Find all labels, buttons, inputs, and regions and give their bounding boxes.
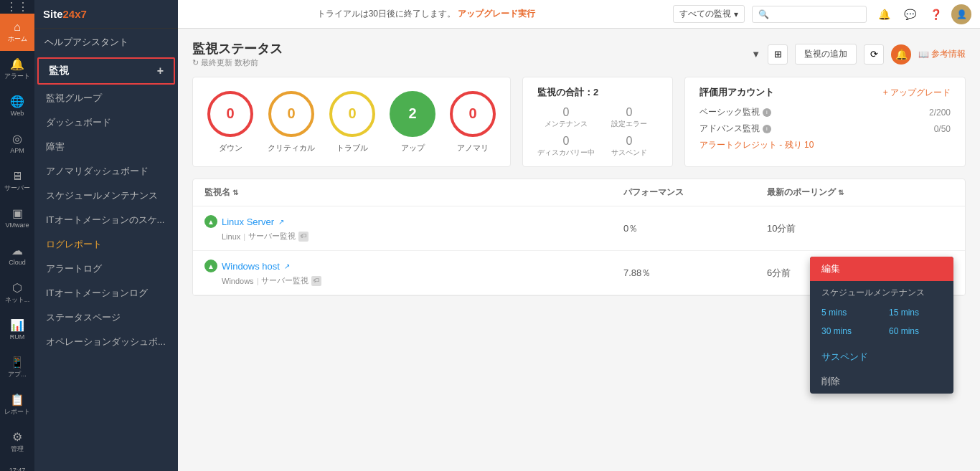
circle-down: 0 [207,91,253,137]
nav-label-alert: アラート [4,72,30,80]
sidebar-item-failure[interactable]: 障害 [34,135,178,159]
logo-text: Site24x7 [43,8,87,20]
nav-item-home[interactable]: ⌂ ホーム [0,14,34,51]
chat-icon[interactable]: 💬 [900,4,920,24]
eval-credit: アラートクレジット - 残り 10 [699,139,951,151]
nav-item-admin[interactable]: ⚙ 管理 [0,424,34,461]
linux-tags: Linux | サーバー監視🏷 [222,231,623,242]
nav-item-app[interactable]: 📱 アプ... [0,349,34,386]
dropdown-suspend-item[interactable]: サスペンド [810,345,953,369]
sidebar-item-alert-log[interactable]: アラートログ [34,257,178,281]
monitor-name-row-linux: ▲ Linux Server ↗ [204,215,623,228]
sidebar-item-log-report[interactable]: ログレポート [34,232,178,257]
sidebar-item-ops-dashboard[interactable]: オペレーションダッシュボ... [34,330,178,354]
context-dropdown-menu: 編集 スケジュールメンテナンス 5 mins 15 mins 30 mins 6… [810,257,953,394]
sidebar-add-icon[interactable]: + [157,65,164,77]
status-down[interactable]: 0 ダウン [207,91,253,153]
sidebar-item-monitorgroup[interactable]: 監視グループ [34,86,178,110]
eval-basic-val: 2/200 [929,108,951,118]
grid-view-button[interactable]: ⊞ [768,44,788,65]
monitor-name-cell-windows: ▲ Windows host ↗ Windows | サーバー監視🏷 [204,260,623,286]
nav-label-rum: RUM [10,333,25,341]
col-perf: パフォーマンス [623,186,767,199]
notification-icon[interactable]: 🔔 [874,4,894,24]
nav-item-net[interactable]: ⬡ ネット... [0,275,34,312]
sidebar-item-dashboard[interactable]: ダッシュボード [34,110,178,135]
status-up[interactable]: 2 アップ [390,91,435,153]
info-icon-2: i [763,125,771,133]
refresh-icon: ↻ [192,58,199,67]
grid-menu-icon[interactable]: ⋮⋮ [0,0,34,14]
dropdown-30min[interactable]: 30 mins [816,323,880,339]
eval-header: 評価用アカウント + アップグレード [699,86,951,99]
summary-maintenance: 0 メンテナンス [537,106,595,129]
dropdown-15min[interactable]: 15 mins [883,305,948,320]
nav-item-cloud[interactable]: ☁ Cloud [0,237,34,275]
monitor-filter-select[interactable]: すべての監視 ▾ [673,5,745,23]
dropdown-60min[interactable]: 60 mins [883,323,948,339]
nav-label-web: Web [11,110,24,118]
page-header: 監視ステータス ↻ 最終更新 数秒前 ▼ ⊞ 監視の追加 ⟳ 🔔 📖 参考情報 [192,40,966,68]
nav-label-apm: APM [10,147,24,155]
nav-item-report[interactable]: 📋 レポート [0,386,34,424]
search-input[interactable] [752,6,867,23]
sort-name-icon[interactable]: ⇅ [232,189,238,196]
dropdown-delete-item[interactable]: 削除 [810,369,953,394]
summary-title: 監視の合計：2 [537,86,658,99]
circle-trouble: 0 [329,91,375,137]
nav-label-admin: 管理 [11,445,24,453]
nav-item-vmware[interactable]: ▣ VMware [0,200,34,237]
status-trouble[interactable]: 0 トラブル [329,91,375,153]
summary-suspend: 0 サスペンド [600,135,658,158]
nav-label-cloud: Cloud [9,259,26,267]
help-icon[interactable]: ❓ [925,4,946,24]
nav-item-apm[interactable]: ◎ APM [0,125,34,163]
reference-link[interactable]: 📖 参考情報 [918,48,966,60]
avatar[interactable]: 👤 [951,4,971,24]
sidebar-item-status-page[interactable]: ステータスページ [34,305,178,330]
dropdown-edit-item[interactable]: 編集 [810,257,953,281]
nav-item-rum[interactable]: 📊 RUM [0,312,34,349]
eval-advance-val: 0/50 [934,124,951,134]
eval-upgrade-link[interactable]: + アップグレード [883,87,951,99]
home-icon: ⌂ [14,22,21,33]
chevron-down-icon: ▾ [734,9,738,19]
settings-button[interactable]: 🔔 [891,44,911,65]
sidebar-monitor-section[interactable]: 監視 + [37,57,175,85]
windows-host-link[interactable]: Windows host [222,261,280,272]
label-critical: クリティカル [268,143,315,153]
nav-label-net: ネット... [5,296,30,304]
add-monitor-button[interactable]: 監視の追加 [795,44,857,65]
report-icon: 📋 [10,394,24,406]
sidebar-item-schedule-maintenance[interactable]: スケジュールメンテナンス [34,184,178,208]
sidebar-item-it-automation[interactable]: ITオートメーションのスケ... [34,208,178,232]
filter-icon[interactable]: ▼ [751,49,760,60]
sidebar-item-anomaly-dashboard[interactable]: アノマリダッシュボード [34,159,178,184]
status-row: 0 ダウン 0 クリティカル 0 トラブル 2 アップ 0 アノマリ [192,77,966,167]
status-anomaly[interactable]: 0 アノマリ [450,91,496,153]
label-anomaly: アノマリ [457,143,489,153]
eval-title: 評価用アカウント [699,86,774,99]
col-poll: 最新のポーリング ⇅ [767,186,910,199]
summary-discovery: 0 ディスカバリー中 [537,135,595,158]
sidebar-help-item[interactable]: ヘルプアシスタント [34,29,178,56]
page-title: 監視ステータス [192,40,283,57]
linux-server-link[interactable]: Linux Server [222,217,274,227]
nav-item-web[interactable]: 🌐 Web [0,88,34,125]
tag-icon: 🏷 [298,232,308,242]
nav-label-server: サーバー [4,184,30,192]
windows-perf: 7.88％ [623,267,767,280]
nav-item-server[interactable]: 🖥 サーバー [0,163,34,200]
nav-item-alert[interactable]: 🔔 アラート [0,51,34,88]
nav-label-app: アプ... [8,371,27,379]
summary-grid: 0 メンテナンス 0 設定エラー 0 ディスカバリー中 0 サスペンド [537,106,658,158]
sort-poll-icon[interactable]: ⇅ [838,189,844,196]
sync-button[interactable]: ⟳ [864,44,884,65]
label-down: ダウン [219,143,242,153]
circle-critical: 0 [268,91,314,137]
page-title-area: 監視ステータス ↻ 最終更新 数秒前 [192,40,283,68]
dropdown-5min[interactable]: 5 mins [816,305,880,320]
upgrade-link[interactable]: アップグレード実行 [458,9,535,19]
status-critical[interactable]: 0 クリティカル [268,91,315,153]
sidebar-item-it-log[interactable]: ITオートメーションログ [34,281,178,305]
